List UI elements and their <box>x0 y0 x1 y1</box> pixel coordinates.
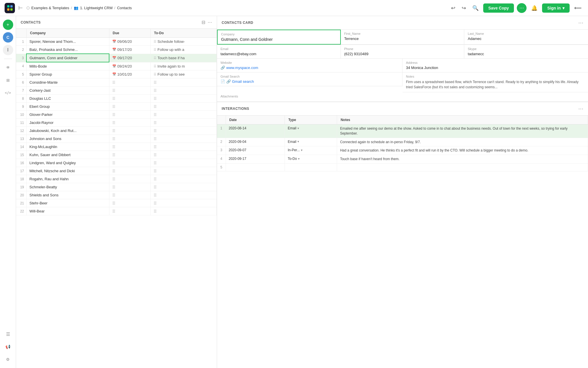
more-icon[interactable]: ⋯ <box>208 20 212 25</box>
todo-cell[interactable]: ☰ <box>150 159 216 167</box>
views-button[interactable]: 👁 <box>3 62 13 73</box>
table-row[interactable]: 13Johnston and Sons☰☰ <box>16 135 217 143</box>
notifications-button[interactable]: 🔔 <box>529 3 539 13</box>
company-cell[interactable]: Jacobi-Raynor <box>26 119 109 127</box>
table-row[interactable]: 22Will-Bear☰☰ <box>16 207 217 215</box>
due-cell[interactable]: ☰ <box>109 191 150 199</box>
table-row[interactable]: 17Mitchell, Nitzsche and Dicki☰☰ <box>16 167 217 175</box>
todo-cell[interactable]: ☰Follow up to see <box>150 70 216 78</box>
skype-field[interactable]: Skype tadamecc <box>464 45 588 59</box>
company-cell[interactable]: Glover-Parker <box>26 111 109 119</box>
search-button[interactable]: 🔍 <box>471 3 480 13</box>
company-field[interactable]: Company Gutmann, Conn and Goldner <box>217 30 341 45</box>
int-notes-cell[interactable]: Emailed me after seeing our demo at the … <box>337 124 588 138</box>
list-button[interactable]: ☰ <box>3 329 13 339</box>
company-cell[interactable]: Stehr-Beer <box>26 199 109 207</box>
int-date-cell[interactable]: 2020-08-14 <box>226 124 285 138</box>
breadcrumb-examples[interactable]: Examples & Templates <box>31 6 69 10</box>
todo-cell[interactable]: ☰ <box>150 191 216 199</box>
todo-cell[interactable]: ☰ <box>150 103 216 111</box>
code-button[interactable]: </> <box>3 88 13 98</box>
company-cell[interactable]: Will-Bear <box>26 207 109 215</box>
card-menu-button[interactable]: ⋯ <box>578 20 583 26</box>
last-name-field[interactable]: Last_Name Adamec <box>464 30 588 45</box>
avatar-c-button[interactable]: C <box>3 32 13 43</box>
table-row[interactable]: 16Lindgren, Ward and Quigley☰☰ <box>16 159 217 167</box>
due-cell[interactable]: ☰ <box>109 199 150 207</box>
todo-cell[interactable]: ☰ <box>150 78 216 87</box>
add-button[interactable]: + <box>3 20 13 30</box>
due-cell[interactable]: ☰ <box>109 78 150 87</box>
todo-cell[interactable]: ☰ <box>150 95 216 103</box>
todo-cell[interactable]: ☰ <box>150 199 216 207</box>
int-date-cell[interactable]: 2020-09-17 <box>226 155 285 164</box>
company-cell[interactable]: Batz, Prohaska and Schme... <box>26 46 109 54</box>
int-type-cell[interactable]: In-Per...▾ <box>285 146 337 155</box>
company-cell[interactable]: Ebert Group <box>26 103 109 111</box>
todo-cell[interactable]: ☰ <box>150 119 216 127</box>
due-cell[interactable]: ☰ <box>109 87 150 95</box>
expand-button[interactable]: ⟵ <box>572 3 583 13</box>
share-button[interactable]: ⋯ <box>517 3 527 13</box>
company-cell[interactable]: Rogahn, Rau and Hahn <box>26 175 109 183</box>
due-cell[interactable]: ☰ <box>109 167 150 175</box>
int-col-date[interactable]: Date <box>226 116 285 124</box>
todo-cell[interactable]: ☰ <box>150 111 216 119</box>
due-cell[interactable]: ☰ <box>109 95 150 103</box>
table-row[interactable]: 7Corkery-Jast☰☰ <box>16 87 217 95</box>
due-cell[interactable]: ☰ <box>109 159 150 167</box>
due-cell[interactable]: ☰ <box>109 143 150 151</box>
todo-cell[interactable]: ☰Follow up with a <box>150 46 216 54</box>
table-row[interactable]: 3Gutmann, Conn and Goldner📅09/17/20☰Touc… <box>16 54 217 62</box>
signin-button[interactable]: Sign in ▾ <box>542 3 570 13</box>
breadcrumb-crm[interactable]: 1. Lightweight CRM <box>80 6 113 10</box>
company-cell[interactable]: Johnston and Sons <box>26 135 109 143</box>
todo-cell[interactable]: ☰ <box>150 127 216 135</box>
website-field[interactable]: Website 🔗 www.myspace.com <box>217 59 403 72</box>
due-cell[interactable]: ☰ <box>109 175 150 183</box>
int-col-notes[interactable]: Notes <box>337 116 588 124</box>
company-cell[interactable]: Schmeler-Beatty <box>26 183 109 191</box>
table-row[interactable]: 21Stehr-Beer☰☰ <box>16 199 217 207</box>
int-notes-cell[interactable]: Had a great conversation. He thinks it's… <box>337 146 588 155</box>
website-link[interactable]: 🔗 www.myspace.com <box>220 66 399 70</box>
todo-cell[interactable]: ☰Schedule follow- <box>150 38 216 46</box>
interaction-row[interactable]: 42020-09-17To-Do▾Touch base if haven't h… <box>217 155 588 164</box>
table-row[interactable]: 14King-McLaughlin☰☰ <box>16 143 217 151</box>
todo-cell[interactable]: ☰ <box>150 183 216 191</box>
table-row[interactable]: 1Sporer, Nienow and Thom...📅09/06/20☰Sch… <box>16 38 217 46</box>
phone-field[interactable]: Phone (622) 9310489 <box>341 45 465 59</box>
table-row[interactable]: 11Jacobi-Raynor☰☰ <box>16 119 217 127</box>
company-cell[interactable]: Gutmann, Conn and Goldner <box>26 54 109 62</box>
interaction-row[interactable]: 12020-08-14Email▾Emailed me after seeing… <box>217 124 588 138</box>
table-row[interactable]: 2Batz, Prohaska and Schme...📅09/17/20☰Fo… <box>16 46 217 54</box>
breadcrumb-contacts[interactable]: Contacts <box>117 6 132 10</box>
col-header-company[interactable]: Company <box>26 29 109 38</box>
filter-icon[interactable]: ⊟ <box>202 20 205 25</box>
due-cell[interactable]: ☰ <box>109 103 150 111</box>
company-cell[interactable]: Shields and Sons <box>26 191 109 199</box>
interaction-row[interactable]: 5 <box>217 163 588 171</box>
due-cell[interactable]: ☰ <box>109 135 150 143</box>
due-cell[interactable]: 📅09/17/20 <box>109 46 150 54</box>
int-type-cell[interactable]: Email▾ <box>285 138 337 146</box>
due-cell[interactable]: ☰ <box>109 119 150 127</box>
company-cell[interactable]: Lindgren, Ward and Quigley <box>26 159 109 167</box>
todo-cell[interactable]: ☰Invite again to m <box>150 62 216 70</box>
save-copy-button[interactable]: Save Copy <box>483 3 514 13</box>
company-cell[interactable]: Douglas LLC <box>26 95 109 103</box>
todo-cell[interactable]: ☰ <box>150 207 216 215</box>
table-row[interactable]: 8Douglas LLC☰☰ <box>16 95 217 103</box>
avatar-i-button[interactable]: I <box>3 45 13 55</box>
due-cell[interactable]: ☰ <box>109 207 150 215</box>
col-header-due[interactable]: Due <box>109 29 150 38</box>
company-cell[interactable]: Corkery-Jast <box>26 87 109 95</box>
col-header-todo[interactable]: To-Do <box>150 29 216 38</box>
table-row[interactable]: 4Mills-Bode📅09/24/20☰Invite again to m <box>16 62 217 70</box>
int-type-cell[interactable]: To-Do▾ <box>285 155 337 164</box>
due-cell[interactable]: 📅09/24/20 <box>109 62 150 70</box>
int-col-type[interactable]: Type <box>285 116 337 124</box>
table-row[interactable]: 19Schmeler-Beatty☰☰ <box>16 183 217 191</box>
interaction-row[interactable]: 32020-09-07In-Per...▾Had a great convers… <box>217 146 588 155</box>
int-notes-cell[interactable]: Touch base if haven't heard from them. <box>337 155 588 164</box>
